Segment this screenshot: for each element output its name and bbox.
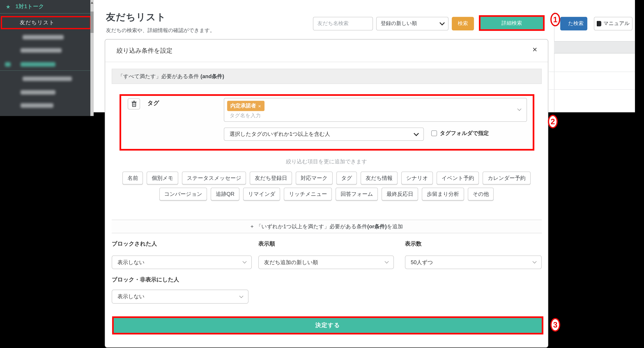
chip-remove-icon[interactable]: × — [258, 103, 261, 109]
filter-add-button[interactable]: 名前 — [122, 171, 143, 185]
chevron-down-icon — [242, 259, 246, 264]
delete-condition-button[interactable] — [128, 98, 140, 109]
blocked-hidden-label: ブロック・非表示にした人 — [112, 276, 179, 283]
and-condition-section-header: 「すべて満たす」必要がある条件 (and条件) — [112, 69, 542, 84]
tag-multiselect[interactable]: 内定承諾者 × タグ名を入力 — [224, 98, 527, 122]
display-order-label: 表示順 — [258, 240, 275, 248]
tag-match-rule-value: 選択したタグのいずれか1つ以上を含む人 — [230, 130, 330, 138]
page-title: 友だちリスト — [106, 11, 166, 24]
book-icon — [597, 21, 601, 26]
and-condition-text: 「すべて満たす」必要がある条件 — [118, 73, 200, 79]
filter-add-button[interactable]: 回答フォーム — [336, 188, 378, 201]
tag-folder-checkbox-label: タグフォルダで指定 — [440, 130, 489, 137]
table-header-row — [554, 41, 635, 53]
chevron-down-icon — [385, 259, 389, 264]
display-order-select[interactable]: 友だち追加の新しい順 — [258, 256, 394, 269]
close-icon[interactable]: × — [532, 45, 537, 53]
annotation-circle-2: 2 — [548, 115, 558, 128]
filter-add-button[interactable]: タグ — [336, 171, 357, 185]
annotation-circle-3: 3 — [550, 318, 560, 332]
sidebar-item-redacted[interactable] — [20, 90, 56, 95]
filter-buttons-row2: コンバージョン追跡QRリマインダリッチメニュー回答フォーム最終反応日歩留まり分析… — [105, 188, 548, 201]
filter-add-button[interactable]: シナリオ — [401, 171, 433, 185]
star-icon: ★ — [6, 4, 10, 10]
filter-add-button[interactable]: 対応マーク — [296, 171, 332, 185]
annotation-box-2: タグ 内定承諾者 × タグ名を入力 選択したタグのいずれか1つ以上を含む人 タグ… — [120, 94, 534, 150]
blocked-people-label: ブロックされた人 — [112, 240, 157, 248]
scrollbar-up-arrow-icon[interactable] — [91, 2, 93, 4]
chevron-down-icon — [517, 107, 522, 111]
blocked-people-value: 表示しない — [118, 259, 144, 266]
plus-icon: + — [250, 223, 254, 230]
sort-order-value: 登録の新しい順 — [381, 20, 417, 27]
sort-order-select[interactable]: 登録の新しい順 — [376, 17, 448, 31]
friend-name-search-input[interactable]: 友だち名検索 — [313, 17, 373, 31]
annotation-box-3: 決定する — [112, 316, 543, 334]
filter-add-button[interactable]: リッチメニュー — [284, 188, 332, 201]
filter-add-button[interactable]: ステータスメッセージ — [182, 171, 246, 185]
filter-add-button[interactable]: 友だち情報 — [361, 171, 398, 185]
scrollbar-thumb[interactable] — [90, 12, 94, 33]
and-condition-bold: (and条件) — [200, 73, 224, 79]
trash-icon — [131, 101, 136, 107]
friend-name-search-placeholder: 友だち名検索 — [318, 20, 348, 27]
or-bar-text: 「いずれか1つ以上を満たす」必要がある条件 — [256, 223, 367, 229]
filter-add-button[interactable]: 追跡QR — [211, 188, 239, 201]
add-or-condition-bar[interactable]: + 「いずれか1つ以上を満たす」必要がある条件(or条件)を追加 — [112, 220, 542, 233]
filter-add-button[interactable]: コンバージョン — [159, 188, 207, 201]
sidebar: ★ 1対1トーク 友だちリスト — [0, 0, 94, 116]
sidebar-section-icon-redacted — [5, 62, 11, 67]
manual-button[interactable]: マニュアル — [594, 17, 632, 31]
table-row-divider — [549, 89, 635, 90]
filter-add-button[interactable]: 最終反応日 — [382, 188, 418, 201]
sidebar-divider — [0, 70, 91, 71]
page-subtitle: 友だちの検索や、詳細情報の確認ができます。 — [106, 27, 215, 34]
sidebar-item-redacted[interactable] — [23, 35, 64, 40]
screenshot-stage: 友だちリスト 友だちの検索や、詳細情報の確認ができます。 友だち名検索 登録の新… — [0, 0, 644, 348]
filter-modal: 絞り込み条件を設定 × 「すべて満たす」必要がある条件 (and条件) タグ 内… — [105, 39, 548, 347]
sidebar-item-redacted[interactable] — [20, 48, 62, 53]
sidebar-favorite-label: 1対1トーク — [16, 3, 44, 11]
sidebar-active-label: 友だちリスト — [20, 19, 55, 26]
sidebar-item-friend-list-annotated[interactable]: 友だちリスト — [1, 16, 91, 29]
filter-add-button[interactable]: 個別メモ — [147, 171, 178, 185]
blocked-people-select[interactable]: 表示しない — [112, 256, 252, 269]
detail-search-button[interactable]: 詳細検索 — [480, 17, 543, 29]
filter-add-button[interactable]: カレンダー予約 — [483, 171, 530, 185]
add-filter-hint: 絞り込む項目を更に追加できます — [105, 158, 548, 165]
display-order-value: 友だち追加の新しい順 — [264, 259, 318, 266]
display-count-select[interactable]: 50人ずつ — [405, 256, 542, 269]
sidebar-item-redacted[interactable] — [23, 77, 72, 81]
blocked-hidden-select[interactable]: 表示しない — [112, 290, 248, 304]
filter-add-button[interactable]: イベント予約 — [437, 171, 479, 185]
filter-add-button[interactable]: 友だち登録日 — [250, 171, 292, 185]
chevron-down-icon — [532, 259, 536, 264]
display-count-value: 50人ずつ — [411, 259, 433, 266]
selected-tag-chip: 内定承諾者 × — [227, 101, 264, 111]
tag-folder-option: タグフォルダで指定 — [431, 130, 489, 137]
sidebar-item-redacted[interactable] — [20, 103, 54, 108]
search-button[interactable]: 検索 — [452, 17, 474, 31]
tag-folder-checkbox[interactable] — [431, 130, 437, 136]
sidebar-scrollbar[interactable] — [90, 0, 94, 116]
tag-match-rule-select[interactable]: 選択したタグのいずれか1つ以上を含む人 — [224, 127, 424, 141]
or-bar-text-post: を追加 — [387, 223, 403, 229]
sidebar-item-one-on-one-talk[interactable]: ★ 1対1トーク — [0, 0, 94, 14]
chevron-down-icon — [440, 20, 445, 26]
filter-add-button[interactable]: その他 — [468, 188, 494, 201]
saved-search-button[interactable]: た検索 — [560, 17, 588, 31]
table-row-divider — [549, 72, 635, 72]
submit-button[interactable]: 決定する — [114, 318, 542, 333]
sidebar-section-redacted — [20, 62, 56, 67]
filter-add-button[interactable]: リマインダ — [243, 188, 280, 201]
selected-tag-label: 内定承諾者 — [230, 102, 256, 109]
annotation-circle-1: 1 — [550, 13, 560, 26]
modal-header: 絞り込み条件を設定 × — [105, 40, 548, 62]
chevron-down-icon — [239, 294, 244, 298]
modal-title: 絞り込み条件を設定 — [116, 47, 172, 55]
filter-add-button[interactable]: 歩留まり分析 — [422, 188, 464, 201]
table-left-border — [554, 12, 554, 112]
tag-input-placeholder: タグ名を入力 — [230, 112, 261, 119]
manual-button-label: マニュアル — [604, 20, 630, 27]
chevron-down-icon — [414, 131, 419, 136]
